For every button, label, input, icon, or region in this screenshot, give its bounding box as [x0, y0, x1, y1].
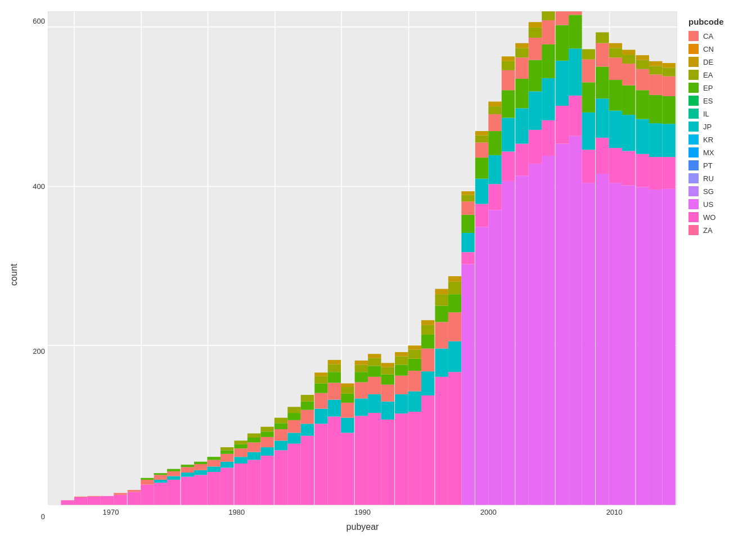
svg-rect-162 [488, 210, 501, 505]
svg-rect-189 [529, 22, 542, 28]
svg-rect-213 [596, 138, 609, 174]
svg-rect-105 [355, 361, 368, 364]
legend-color-es [688, 96, 699, 106]
svg-rect-170 [502, 151, 515, 181]
svg-rect-215 [596, 66, 609, 98]
svg-rect-99 [341, 384, 354, 387]
svg-rect-202 [569, 96, 582, 136]
svg-rect-151 [461, 215, 474, 233]
svg-rect-190 [542, 156, 555, 505]
svg-rect-250 [662, 76, 675, 96]
svg-rect-195 [542, 11, 555, 20]
svg-rect-209 [582, 82, 595, 112]
svg-rect-65 [260, 431, 273, 437]
legend-label-de: DE [703, 58, 713, 66]
svg-rect-40 [194, 470, 207, 475]
legend-label-ea: EA [703, 71, 713, 79]
svg-rect-252 [662, 63, 675, 68]
legend-item-sg: SG [688, 186, 739, 196]
svg-rect-139 [435, 306, 448, 322]
svg-rect-128 [408, 350, 421, 359]
svg-rect-22 [128, 492, 141, 505]
chart-area: count 600 400 200 0 [6, 11, 677, 534]
svg-rect-171 [502, 118, 515, 151]
svg-rect-216 [596, 43, 609, 67]
svg-rect-81 [301, 395, 314, 402]
svg-rect-59 [248, 443, 260, 452]
svg-rect-187 [529, 38, 542, 60]
svg-rect-31 [167, 480, 180, 505]
legend-label-sg: SG [703, 187, 714, 196]
svg-rect-49 [220, 454, 233, 462]
svg-rect-207 [582, 150, 595, 183]
svg-rect-200 [556, 11, 569, 25]
svg-rect-62 [260, 456, 273, 505]
svg-rect-92 [328, 364, 341, 372]
svg-rect-50 [220, 450, 233, 453]
svg-rect-123 [395, 352, 408, 356]
svg-rect-204 [569, 15, 582, 48]
svg-rect-192 [542, 78, 555, 120]
svg-rect-97 [341, 394, 354, 403]
svg-rect-144 [448, 312, 461, 341]
svg-rect-225 [622, 185, 635, 505]
legend-color-pt [688, 160, 699, 170]
legend-color-ru [688, 173, 699, 183]
svg-rect-163 [488, 184, 501, 210]
legend-color-ca [688, 31, 699, 41]
legend-color-kr [688, 134, 699, 145]
svg-rect-198 [556, 61, 569, 106]
svg-rect-221 [609, 80, 622, 111]
svg-rect-244 [649, 66, 662, 74]
svg-rect-36 [181, 472, 194, 476]
svg-rect-217 [596, 32, 609, 43]
svg-rect-98 [341, 387, 354, 394]
svg-rect-210 [582, 60, 595, 83]
svg-rect-229 [622, 64, 635, 86]
svg-rect-84 [314, 393, 327, 409]
svg-rect-27 [154, 483, 167, 505]
svg-rect-86 [314, 376, 327, 384]
svg-rect-240 [649, 157, 662, 190]
svg-rect-33 [167, 471, 180, 476]
svg-rect-208 [582, 112, 595, 150]
svg-rect-69 [274, 429, 287, 440]
svg-rect-64 [260, 437, 273, 447]
legend-label-mx: MX [703, 148, 714, 157]
legend-color-de [688, 57, 699, 67]
svg-rect-193 [542, 44, 555, 78]
svg-rect-145 [448, 294, 461, 312]
svg-rect-249 [662, 96, 675, 124]
svg-rect-196 [556, 144, 569, 505]
svg-rect-26 [141, 478, 154, 480]
svg-rect-66 [260, 427, 273, 432]
svg-rect-234 [636, 119, 649, 154]
svg-rect-153 [461, 195, 474, 202]
svg-rect-72 [287, 444, 300, 505]
legend-label-kr: KR [703, 136, 713, 144]
svg-rect-41 [194, 464, 207, 470]
svg-rect-132 [421, 349, 434, 372]
chart-container: count 600 400 200 0 [0, 0, 756, 540]
svg-rect-231 [622, 50, 635, 55]
plot-svg-wrapper [48, 11, 677, 505]
svg-rect-102 [355, 382, 368, 398]
svg-rect-96 [341, 403, 354, 418]
svg-rect-88 [328, 416, 341, 505]
svg-rect-52 [234, 464, 247, 505]
legend-color-us [688, 199, 699, 209]
svg-rect-233 [636, 154, 649, 187]
svg-rect-60 [248, 438, 260, 443]
svg-rect-35 [181, 477, 194, 505]
svg-rect-57 [248, 460, 260, 505]
y-axis-label: count [6, 11, 22, 538]
x-tick-1970: 1970 [102, 508, 119, 519]
svg-rect-251 [662, 68, 675, 76]
svg-rect-219 [609, 148, 622, 183]
svg-rect-122 [395, 356, 408, 364]
svg-rect-115 [381, 375, 394, 385]
legend-item-ca: CA [688, 31, 739, 41]
svg-rect-169 [502, 181, 515, 505]
chart-svg [48, 11, 677, 505]
legend-title: pubcode [688, 17, 739, 26]
